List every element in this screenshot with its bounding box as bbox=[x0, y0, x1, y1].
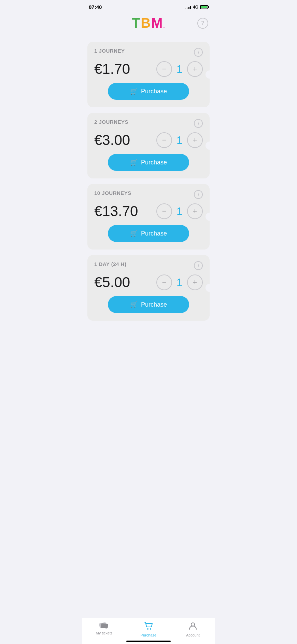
increase-btn-3[interactable]: + bbox=[187, 203, 203, 219]
info-button-1[interactable]: i bbox=[194, 48, 203, 57]
quantity-value-1: 1 bbox=[175, 63, 184, 76]
purchase-label-1: Purchase bbox=[141, 88, 167, 95]
purchase-button-2[interactable]: 🛒 Purchase bbox=[108, 154, 189, 171]
cart-icon-1: 🛒 bbox=[130, 88, 138, 95]
ticket-header-4: 1 DAY (24 H) i bbox=[94, 261, 203, 270]
network-label: 4G bbox=[193, 5, 198, 10]
quantity-value-2: 1 bbox=[175, 134, 184, 147]
ticket-title-2: 2 JOURNEYS bbox=[94, 119, 128, 125]
logo-dot: . bbox=[163, 23, 165, 29]
ticket-price-3: €13.70 bbox=[94, 203, 138, 219]
ticket-card-1-journey: 1 JOURNEY i €1.70 − 1 + 🛒 Purchase bbox=[87, 42, 210, 107]
logo-m: M bbox=[151, 15, 163, 31]
increase-btn-1[interactable]: + bbox=[187, 61, 203, 77]
ticket-price-row-4: €5.00 − 1 + bbox=[94, 274, 203, 291]
ticket-card-2-journeys: 2 JOURNEYS i €3.00 − 1 + 🛒 Purchase bbox=[87, 113, 210, 178]
decrease-btn-4[interactable]: − bbox=[156, 274, 172, 290]
cart-icon-4: 🛒 bbox=[130, 301, 138, 308]
purchase-button-4[interactable]: 🛒 Purchase bbox=[108, 296, 189, 313]
cart-icon-2: 🛒 bbox=[130, 159, 138, 166]
ticket-title-1: 1 JOURNEY bbox=[94, 48, 125, 54]
bottom-navigation: My tickets Purchase Account bbox=[82, 618, 215, 619]
info-button-2[interactable]: i bbox=[194, 119, 203, 128]
battery-icon bbox=[200, 5, 208, 9]
quantity-control-1: − 1 + bbox=[156, 61, 203, 77]
logo-b: B bbox=[141, 15, 151, 31]
ticket-title-3: 10 JOURNEYS bbox=[94, 190, 131, 196]
ticket-header-1: 1 JOURNEY i bbox=[94, 48, 203, 57]
cart-icon-3: 🛒 bbox=[130, 230, 138, 237]
ticket-price-row-1: €1.70 − 1 + bbox=[94, 61, 203, 77]
purchase-label-4: Purchase bbox=[141, 301, 167, 308]
purchase-button-1[interactable]: 🛒 Purchase bbox=[108, 83, 189, 100]
ticket-header-2: 2 JOURNEYS i bbox=[94, 119, 203, 128]
decrease-btn-2[interactable]: − bbox=[156, 132, 172, 148]
app-logo: TBM. bbox=[132, 15, 166, 31]
purchase-label-3: Purchase bbox=[141, 230, 167, 237]
ticket-price-row-3: €13.70 − 1 + bbox=[94, 203, 203, 219]
signal-icon bbox=[185, 5, 191, 9]
increase-btn-2[interactable]: + bbox=[187, 132, 203, 148]
ticket-price-2: €3.00 bbox=[94, 132, 130, 148]
ticket-title-4: 1 DAY (24 H) bbox=[94, 261, 126, 267]
ticket-card-1-day: 1 DAY (24 H) i €5.00 − 1 + 🛒 Purchase bbox=[87, 255, 210, 321]
quantity-control-3: − 1 + bbox=[156, 203, 203, 219]
quantity-value-4: 1 bbox=[175, 276, 184, 289]
ticket-header-3: 10 JOURNEYS i bbox=[94, 190, 203, 199]
info-button-3[interactable]: i bbox=[194, 190, 203, 199]
quantity-control-2: − 1 + bbox=[156, 132, 203, 148]
info-button-4[interactable]: i bbox=[194, 261, 203, 270]
status-bar: 07:40 4G bbox=[82, 0, 215, 12]
app-header: TBM. ? bbox=[82, 12, 215, 36]
quantity-value-3: 1 bbox=[175, 205, 184, 218]
ticket-price-4: €5.00 bbox=[94, 274, 130, 291]
ticket-price-1: €1.70 bbox=[94, 61, 130, 77]
increase-btn-4[interactable]: + bbox=[187, 274, 203, 290]
decrease-btn-1[interactable]: − bbox=[156, 61, 172, 77]
logo-t: T bbox=[132, 15, 141, 31]
purchase-button-3[interactable]: 🛒 Purchase bbox=[108, 225, 189, 242]
quantity-control-4: − 1 + bbox=[156, 274, 203, 290]
ticket-list: 1 JOURNEY i €1.70 − 1 + 🛒 Purchase 2 JOU… bbox=[82, 36, 215, 619]
ticket-card-10-journeys: 10 JOURNEYS i €13.70 − 1 + 🛒 Purchase bbox=[87, 184, 210, 250]
purchase-label-2: Purchase bbox=[141, 159, 167, 166]
status-time: 07:40 bbox=[89, 4, 102, 10]
ticket-price-row-2: €3.00 − 1 + bbox=[94, 132, 203, 148]
status-icons: 4G bbox=[185, 5, 208, 10]
decrease-btn-3[interactable]: − bbox=[156, 203, 172, 219]
help-button[interactable]: ? bbox=[197, 18, 208, 29]
